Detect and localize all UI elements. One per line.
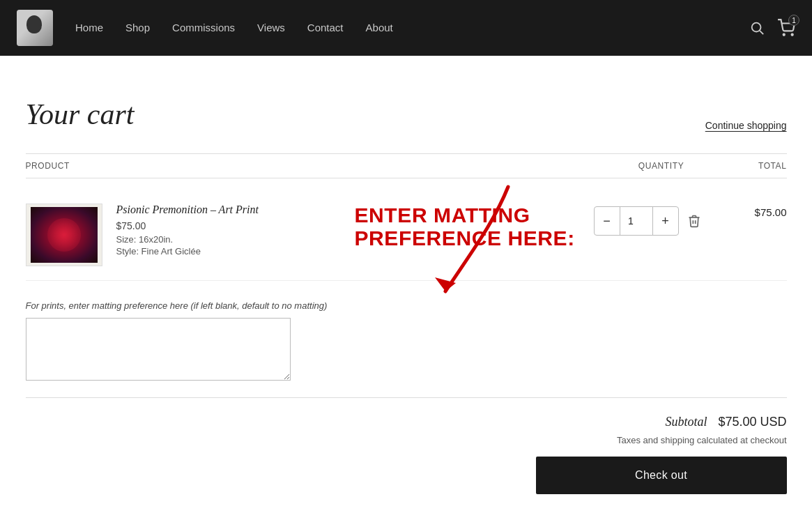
art-thumbnail bbox=[26, 204, 102, 266]
notes-label: For prints, enter matting preference her… bbox=[26, 300, 787, 311]
page-title: Your cart bbox=[26, 98, 135, 131]
tax-note: Taxes and shipping calculated at checkou… bbox=[617, 435, 787, 445]
product-price: $75.00 bbox=[116, 220, 327, 231]
summary-section: Subtotal $75.00 USD Taxes and shipping c… bbox=[26, 398, 787, 494]
delete-item-button[interactable] bbox=[687, 214, 701, 228]
product-name: Psionic Premonition – Art Print bbox=[116, 204, 327, 216]
matting-preference-input[interactable] bbox=[26, 318, 291, 381]
svg-line-1 bbox=[760, 31, 763, 34]
quantity-controls: − + bbox=[594, 206, 679, 236]
quantity-decrease-button[interactable]: − bbox=[595, 207, 620, 235]
nav-right: 1 bbox=[749, 19, 795, 37]
nav-about[interactable]: About bbox=[366, 22, 393, 33]
nav-home[interactable]: Home bbox=[75, 22, 103, 33]
nav-commissions[interactable]: Commissions bbox=[172, 22, 235, 33]
main-content: Your cart Continue shopping PRODUCT QUAN… bbox=[9, 56, 804, 513]
line-total: $75.00 bbox=[717, 206, 787, 218]
notes-section: For prints, enter matting preference her… bbox=[26, 281, 787, 398]
svg-point-2 bbox=[783, 34, 785, 36]
quantity-increase-button[interactable]: + bbox=[653, 207, 678, 235]
column-header-total: TOTAL bbox=[717, 161, 787, 171]
subtotal-label: Subtotal bbox=[665, 415, 707, 429]
annotation-line2: preference here: bbox=[355, 227, 575, 250]
site-logo[interactable] bbox=[17, 10, 53, 46]
nav-shop[interactable]: Shop bbox=[125, 22, 150, 33]
trash-icon bbox=[687, 214, 701, 228]
continue-shopping-button[interactable]: Continue shopping bbox=[705, 120, 787, 131]
checkout-button[interactable]: Check out bbox=[536, 457, 787, 494]
nav-contact[interactable]: Contact bbox=[307, 22, 344, 33]
product-details: Psionic Premonition – Art Print $75.00 S… bbox=[116, 204, 327, 258]
nav-views[interactable]: Views bbox=[257, 22, 285, 33]
search-icon bbox=[749, 20, 765, 36]
product-image bbox=[26, 204, 102, 266]
column-header-product: PRODUCT bbox=[26, 161, 606, 171]
search-button[interactable] bbox=[749, 20, 765, 36]
cart-item: Psionic Premonition – Art Print $75.00 S… bbox=[26, 190, 787, 281]
svg-point-3 bbox=[792, 34, 793, 36]
annotation-line1: Enter matting bbox=[355, 204, 530, 227]
main-nav: Home Shop Commissions Views Contact Abou… bbox=[0, 0, 812, 56]
annotation-area: Enter matting preference here: bbox=[355, 204, 578, 250]
cart-button[interactable]: 1 bbox=[777, 19, 795, 37]
cart-table-header: PRODUCT QUANTITY TOTAL bbox=[26, 153, 787, 178]
page-header: Your cart Continue shopping bbox=[26, 98, 787, 131]
subtotal-value: $75.00 USD bbox=[718, 415, 786, 429]
subtotal-row: Subtotal $75.00 USD bbox=[665, 415, 786, 429]
column-header-quantity: QUANTITY bbox=[606, 161, 717, 171]
product-style: Style: Fine Art Giclée bbox=[116, 246, 327, 256]
quantity-input[interactable] bbox=[620, 207, 653, 235]
svg-point-0 bbox=[752, 23, 761, 32]
quantity-column: − + bbox=[592, 206, 703, 236]
product-size: Size: 16x20in. bbox=[116, 234, 327, 245]
cart-badge: 1 bbox=[788, 15, 799, 26]
nav-links: Home Shop Commissions Views Contact Abou… bbox=[75, 22, 749, 34]
